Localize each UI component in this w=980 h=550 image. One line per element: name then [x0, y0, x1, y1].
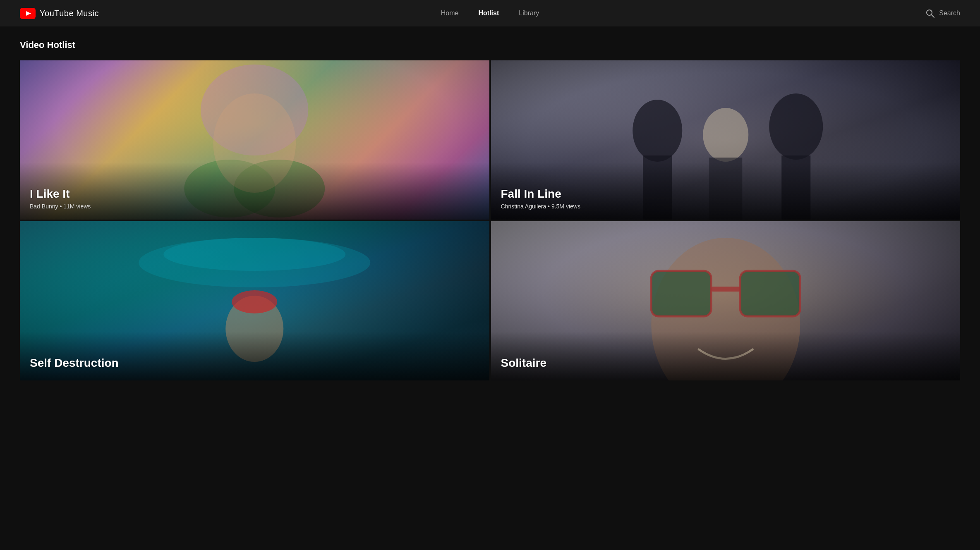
- video-card-4[interactable]: Solitaire: [491, 221, 961, 380]
- video-title-1: I Like It: [30, 187, 479, 201]
- main-content: Video Hotlist I Like It Bad Bunny • 11M …: [0, 26, 980, 394]
- svg-point-8: [633, 100, 682, 162]
- nav-hotlist[interactable]: Hotlist: [479, 8, 499, 19]
- svg-point-10: [703, 108, 748, 162]
- youtube-logo-icon: [20, 8, 36, 19]
- svg-point-15: [163, 238, 345, 271]
- nav-home[interactable]: Home: [441, 8, 459, 19]
- section-title: Video Hotlist: [20, 40, 960, 50]
- logo-area[interactable]: YouTube Music: [20, 8, 99, 19]
- video-grid: I Like It Bad Bunny • 11M views: [20, 60, 960, 380]
- svg-line-3: [932, 15, 934, 18]
- svg-rect-20: [740, 271, 800, 316]
- app-name: YouTube Music: [40, 9, 99, 18]
- video-title-4: Solitaire: [501, 356, 951, 370]
- svg-point-17: [232, 290, 277, 313]
- video-card-2[interactable]: Fall In Line Christina Aguilera • 9.5M v…: [491, 60, 961, 220]
- nav-library[interactable]: Library: [519, 8, 539, 19]
- search-icon: [925, 8, 935, 18]
- video-info-overlay-2: Fall In Line Christina Aguilera • 9.5M v…: [491, 163, 961, 220]
- video-meta-1: Bad Bunny • 11M views: [30, 203, 479, 210]
- video-info-overlay-4: Solitaire: [491, 332, 961, 380]
- video-title-2: Fall In Line: [501, 187, 951, 201]
- svg-rect-21: [711, 287, 740, 292]
- video-meta-2: Christina Aguilera • 9.5M views: [501, 203, 951, 210]
- video-card-3[interactable]: Self Destruction: [20, 221, 489, 380]
- main-nav: Home Hotlist Library: [441, 8, 539, 19]
- search-label: Search: [939, 10, 960, 17]
- video-info-overlay-1: I Like It Bad Bunny • 11M views: [20, 163, 489, 220]
- video-card-1[interactable]: I Like It Bad Bunny • 11M views: [20, 60, 489, 220]
- svg-rect-19: [651, 271, 711, 316]
- video-info-overlay-3: Self Destruction: [20, 332, 489, 380]
- video-title-3: Self Destruction: [30, 356, 479, 370]
- header: YouTube Music Home Hotlist Library Searc…: [0, 0, 980, 26]
- search-area[interactable]: Search: [925, 8, 960, 18]
- svg-point-12: [769, 93, 823, 160]
